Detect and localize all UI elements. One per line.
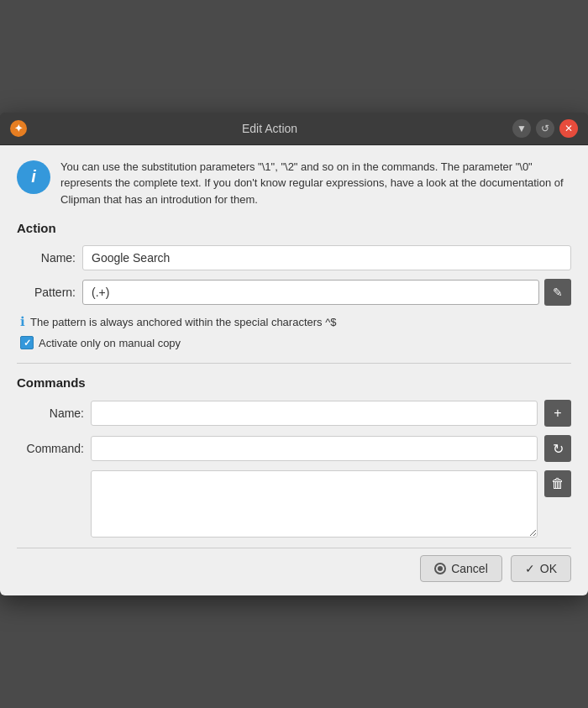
- button-row: Cancel ✓ OK: [17, 548, 571, 582]
- ok-check-icon: ✓: [525, 562, 535, 575]
- hint-row: ℹ The pattern is always anchored within …: [17, 314, 571, 329]
- pattern-input[interactable]: [82, 280, 539, 305]
- info-box: i You can use the substitution parameter…: [17, 159, 571, 208]
- delete-icon: 🗑: [551, 476, 564, 491]
- checkbox-label: Activate only on manual copy: [39, 337, 181, 349]
- pencil-icon: ✎: [553, 286, 563, 299]
- action-name-label: Name:: [17, 251, 76, 265]
- action-name-group: Name:: [17, 245, 571, 270]
- app-icon: ✦: [10, 120, 27, 137]
- command-textarea[interactable]: [91, 470, 538, 538]
- cancel-radio-icon: [434, 563, 446, 574]
- edit-action-window: ✦ Edit Action ▼ ↺ ✕ i You can use the su…: [0, 113, 588, 596]
- command-name-input[interactable]: [91, 401, 538, 426]
- maximize-button[interactable]: ↺: [536, 119, 554, 138]
- ok-button[interactable]: ✓ OK: [511, 555, 571, 582]
- pattern-edit-button[interactable]: ✎: [544, 279, 571, 306]
- pattern-label: Pattern:: [17, 286, 76, 299]
- content-area: i You can use the substitution parameter…: [0, 145, 588, 596]
- command-label-text: Command:: [17, 442, 84, 455]
- pattern-group: Pattern: ✎: [17, 279, 571, 306]
- titlebar: ✦ Edit Action ▼ ↺ ✕: [0, 113, 588, 145]
- action-name-input[interactable]: [82, 245, 571, 270]
- cancel-button[interactable]: Cancel: [420, 555, 502, 582]
- minimize-button[interactable]: ▼: [512, 119, 531, 138]
- command-name-label: Name:: [17, 406, 84, 420]
- pattern-row: ✎: [82, 279, 571, 306]
- commands-section-title: Commands: [17, 375, 571, 390]
- hint-info-icon: ℹ: [20, 314, 25, 329]
- window-title: Edit Action: [27, 122, 512, 135]
- checkbox-row[interactable]: Activate only on manual copy: [17, 336, 571, 349]
- titlebar-controls: ▼ ↺ ✕: [512, 119, 578, 138]
- plus-icon: +: [554, 406, 561, 421]
- cancel-label: Cancel: [451, 562, 488, 575]
- hint-text: The pattern is always anchored within th…: [30, 316, 337, 328]
- delete-command-button[interactable]: 🗑: [544, 470, 571, 497]
- command-input[interactable]: [91, 436, 538, 461]
- command-row: Command: ↻: [17, 435, 571, 462]
- ok-label: OK: [540, 562, 557, 575]
- add-command-button[interactable]: +: [544, 400, 571, 427]
- manual-copy-checkbox[interactable]: [20, 336, 34, 349]
- command-name-row: Name: +: [17, 400, 571, 427]
- textarea-row: 🗑: [17, 470, 571, 538]
- close-button[interactable]: ✕: [559, 119, 578, 138]
- refresh-icon: ↻: [553, 441, 564, 457]
- titlebar-left: ✦: [10, 120, 27, 137]
- divider: [17, 363, 571, 364]
- info-text: You can use the substitution parameters …: [60, 159, 571, 208]
- refresh-command-button[interactable]: ↻: [544, 435, 571, 462]
- info-icon: i: [17, 160, 50, 194]
- commands-section: Commands Name: + Command: ↻: [17, 375, 571, 538]
- action-section-title: Action: [17, 221, 571, 235]
